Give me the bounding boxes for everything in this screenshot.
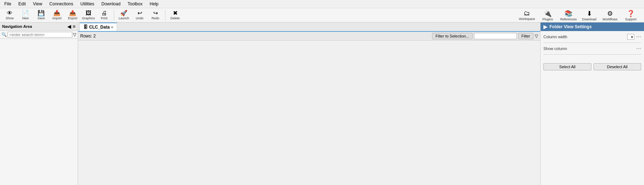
toolbar-separator bbox=[114, 10, 114, 21]
save-icon: 💾 bbox=[38, 10, 45, 16]
support-button[interactable]: ❓Support bbox=[623, 10, 639, 21]
redo-button[interactable]: ↪Redo bbox=[148, 9, 163, 21]
show-button[interactable]: 👁Show bbox=[2, 9, 17, 21]
content-header: Rows: 2 Filter to Selection... Filter ▽ bbox=[78, 32, 540, 41]
column-width-select-wrapper bbox=[627, 34, 634, 40]
icon-bar: 👁Show📄New💾Save📥Import📤Export🖼Graphics🖨Pr… bbox=[0, 8, 644, 22]
references-icon: 📚 bbox=[565, 10, 572, 18]
panel-collapse-btn[interactable]: ▶ bbox=[543, 24, 547, 30]
launch-icon: 🚀 bbox=[120, 10, 127, 16]
column-width-dots-btn[interactable]: ⋯ bbox=[636, 34, 641, 40]
references-button[interactable]: 📚References bbox=[560, 10, 577, 21]
nav-header: Navigation Area ◀ ≡ bbox=[0, 22, 78, 31]
show-column-label: Show column bbox=[543, 46, 567, 51]
graphics-button[interactable]: 🖼Graphics bbox=[81, 9, 96, 21]
download-button[interactable]: ⬇Download bbox=[581, 10, 597, 21]
tab-bar: 🗄 CLC_Data × bbox=[78, 22, 540, 32]
table-scroll[interactable] bbox=[78, 41, 540, 185]
right-panel-header: ▶ Folder View Settings bbox=[541, 22, 644, 31]
center-panel: 🗄 CLC_Data × Rows: 2 Filter to Selection… bbox=[78, 22, 540, 185]
delete-button[interactable]: ✖Delete bbox=[168, 9, 183, 21]
menu-item-view[interactable]: View bbox=[32, 1, 44, 7]
left-panel: Navigation Area ◀ ≡ 🔍 ▽ bbox=[0, 22, 78, 185]
import-button[interactable]: 📥Import bbox=[49, 9, 64, 21]
tab-clc-data[interactable]: 🗄 CLC_Data × bbox=[79, 22, 117, 31]
nav-filter-icon[interactable]: ≡ bbox=[73, 24, 76, 29]
workspace-button[interactable]: 🗂Workspace bbox=[519, 10, 535, 21]
download-icon: ⬇ bbox=[587, 10, 592, 18]
menu-item-help[interactable]: Help bbox=[148, 1, 160, 7]
settings-divider-1 bbox=[543, 42, 641, 43]
filter-options-icon[interactable]: ▽ bbox=[535, 34, 538, 39]
print-button[interactable]: 🖨Print bbox=[97, 9, 112, 21]
menu-item-file[interactable]: File bbox=[3, 1, 13, 7]
new-icon: 📄 bbox=[22, 10, 29, 16]
column-width-label: Column width bbox=[543, 35, 567, 39]
new-button[interactable]: 📄New bbox=[18, 9, 33, 21]
menu-item-toolbox[interactable]: Toolbox bbox=[126, 1, 144, 7]
rows-info: Rows: 2 bbox=[80, 34, 96, 39]
export-button[interactable]: 📤Export bbox=[65, 9, 80, 21]
show-column-dots-btn[interactable]: ⋯ bbox=[636, 46, 641, 51]
plugins-icon: 🔌 bbox=[544, 10, 552, 18]
btn-row: Select All Deselect All bbox=[541, 60, 644, 72]
toolbar-separator bbox=[165, 10, 165, 21]
search-icon: 🔍 bbox=[1, 32, 7, 37]
print-icon: 🖨 bbox=[101, 10, 107, 16]
support-icon: ❓ bbox=[627, 10, 635, 18]
filter-to-selection-btn[interactable]: Filter to Selection... bbox=[432, 33, 472, 39]
graphics-icon: 🖼 bbox=[86, 10, 91, 16]
tab-icon: 🗄 bbox=[83, 25, 88, 30]
select-all-btn[interactable]: Select All bbox=[543, 63, 591, 70]
tab-close-btn[interactable]: × bbox=[111, 25, 113, 29]
workspace-icon: 🗂 bbox=[524, 10, 530, 17]
menu-item-edit[interactable]: Edit bbox=[17, 1, 27, 7]
launch-button[interactable]: 🚀Launch bbox=[116, 9, 131, 21]
show-column-row: Show column ⋯ bbox=[543, 45, 641, 52]
filter-area: Filter to Selection... Filter ▽ bbox=[432, 33, 538, 39]
workflows-button[interactable]: ⚙Workflows bbox=[602, 10, 618, 21]
menu-item-connections[interactable]: Connections bbox=[48, 1, 75, 7]
deselect-all-btn[interactable]: Deselect All bbox=[594, 63, 641, 70]
toolbar-group-main: 👁Show📄New💾Save📥Import📤Export🖼Graphics🖨Pr… bbox=[2, 9, 183, 21]
delete-icon: ✖ bbox=[173, 10, 178, 16]
main-area: Navigation Area ◀ ≡ 🔍 ▽ 🗄 CLC_Data × Row… bbox=[0, 22, 644, 185]
folder-view-settings-title: Folder View Settings bbox=[549, 24, 592, 29]
menu-item-utilities[interactable]: Utilities bbox=[79, 1, 96, 7]
column-width-select[interactable] bbox=[627, 34, 634, 40]
column-width-row: Column width ⋯ bbox=[543, 33, 641, 40]
export-icon: 📤 bbox=[69, 10, 76, 16]
tab-label: CLC_Data bbox=[89, 25, 110, 30]
right-panel: ▶ Folder View Settings Column width ⋯ Sh… bbox=[540, 22, 644, 185]
nav-icons: ◀ ≡ bbox=[67, 24, 76, 29]
workflows-icon: ⚙ bbox=[607, 10, 613, 18]
menu-bar: FileEditViewConnectionsUtilitiesDownload… bbox=[0, 0, 644, 8]
folder-settings: Column width ⋯ Show column ⋯ bbox=[541, 31, 644, 58]
tree-area bbox=[0, 39, 78, 185]
save-button[interactable]: 💾Save bbox=[34, 9, 49, 21]
settings-divider-2 bbox=[543, 54, 641, 55]
plugins-button[interactable]: 🔌Plugins bbox=[539, 10, 556, 21]
nav-title: Navigation Area bbox=[2, 24, 32, 29]
remote-toolbar: 🗂Workspace🔌Plugins📚References⬇Download⚙W… bbox=[519, 10, 642, 21]
search-input[interactable] bbox=[8, 32, 72, 38]
menu-item-download[interactable]: Download bbox=[100, 1, 122, 7]
filter-btn[interactable]: Filter bbox=[518, 33, 533, 39]
filter-input[interactable] bbox=[474, 33, 517, 39]
undo-button[interactable]: ↩Undo bbox=[132, 9, 147, 21]
redo-icon: ↪ bbox=[153, 10, 158, 16]
undo-icon: ↩ bbox=[137, 10, 142, 16]
show-icon: 👁 bbox=[7, 10, 13, 16]
search-bar: 🔍 ▽ bbox=[0, 31, 78, 39]
import-icon: 📥 bbox=[53, 10, 60, 16]
nav-icon-1[interactable]: ◀ bbox=[67, 24, 71, 29]
show-column-section bbox=[541, 58, 644, 60]
filter-toggle-icon[interactable]: ▽ bbox=[73, 32, 76, 37]
